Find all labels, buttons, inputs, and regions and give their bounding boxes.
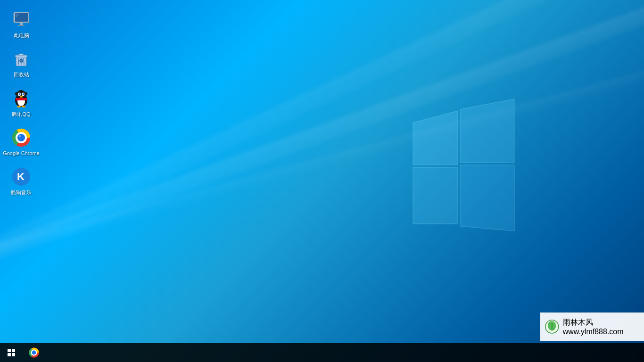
desktop-icon-chrome[interactable]: Google Chrome (2, 125, 40, 159)
svg-rect-11 (19, 54, 24, 56)
chrome-icon-label: Google Chrome (3, 150, 40, 156)
desktop-icons: 此电脑 ♻ 回收站 (0, 0, 40, 201)
svg-point-33 (17, 134, 25, 141)
desktop-icon-computer[interactable]: 此电脑 (2, 7, 40, 41)
svg-point-29 (17, 106, 21, 107)
computer-icon-label: 此电脑 (14, 32, 29, 39)
kugou-icon-label: 酷狗音乐 (11, 189, 32, 196)
svg-text:K: K (17, 171, 25, 182)
svg-point-24 (23, 93, 24, 94)
svg-rect-7 (18, 25, 25, 26)
watermark-text: 雨林木风 www.ylmf888.com (563, 318, 639, 336)
chrome-icon (11, 128, 31, 148)
svg-point-34 (19, 135, 21, 137)
recycle-icon: ♻ (11, 49, 31, 69)
svg-rect-28 (16, 98, 27, 100)
svg-point-26 (15, 92, 18, 95)
qq-icon (11, 89, 31, 108)
svg-rect-39 (8, 353, 11, 356)
svg-point-23 (19, 93, 20, 94)
svg-marker-3 (460, 165, 514, 231)
desktop-icon-recycle[interactable]: ♻ 回收站 (2, 46, 40, 81)
recycle-icon-label: 回收站 (14, 71, 29, 78)
svg-point-21 (19, 93, 21, 95)
svg-marker-1 (460, 99, 514, 163)
taskbar-chrome-button[interactable] (23, 343, 45, 362)
svg-point-30 (22, 106, 25, 107)
svg-point-25 (20, 96, 23, 98)
qq-icon-label: 腾讯QQ (12, 111, 30, 117)
desktop-icon-qq[interactable]: 腾讯QQ (2, 86, 40, 120)
svg-rect-6 (20, 23, 23, 25)
svg-marker-0 (413, 111, 458, 165)
kugou-icon: K (11, 167, 31, 187)
watermark: 雨林木风 www.ylmf888.com (540, 313, 644, 341)
taskbar (0, 343, 644, 362)
svg-text:♻: ♻ (19, 58, 24, 64)
watermark-title: 雨林木风 (563, 318, 593, 326)
svg-rect-37 (8, 349, 11, 352)
svg-marker-2 (413, 167, 458, 224)
windows-logo (399, 85, 517, 240)
svg-rect-38 (12, 349, 15, 352)
watermark-logo-icon (545, 318, 559, 335)
svg-point-27 (25, 92, 27, 95)
computer-icon (11, 10, 31, 30)
svg-point-22 (23, 93, 25, 95)
desktop: 此电脑 ♻ 回收站 (0, 0, 644, 362)
svg-line-14 (24, 58, 24, 65)
svg-rect-40 (12, 353, 15, 356)
desktop-icon-kugou[interactable]: K 酷狗音乐 (2, 164, 40, 198)
watermark-url: www.ylmf888.com (563, 328, 624, 336)
start-button[interactable] (0, 343, 23, 362)
svg-point-43 (32, 351, 36, 355)
